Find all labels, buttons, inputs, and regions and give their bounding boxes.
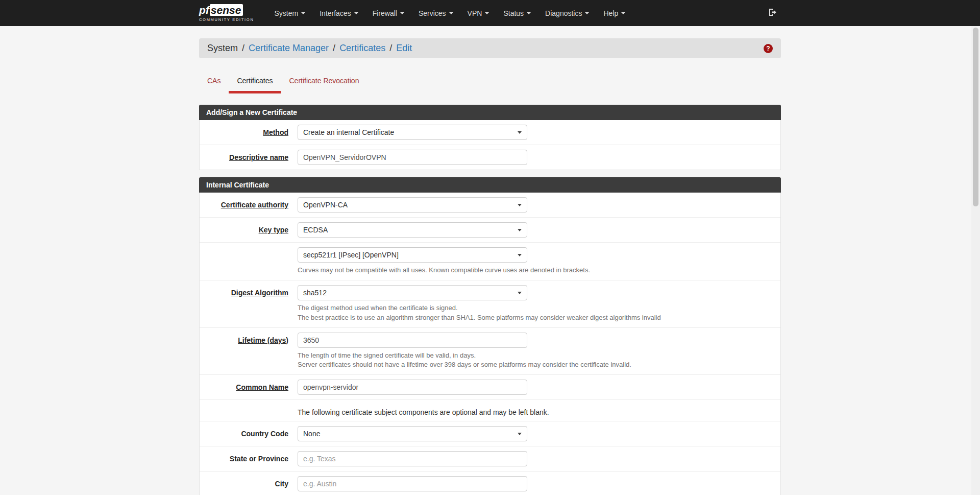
descriptive-name-control — [298, 150, 780, 165]
breadcrumb: System / Certificate Manager / Certifica… — [199, 38, 781, 58]
panel-title: Add/Sign a New Certificate — [199, 105, 781, 120]
nav-item-label: Help — [603, 9, 618, 17]
common-name-label: Common Name — [200, 380, 298, 395]
key-type-control: ECDSA — [298, 222, 780, 238]
nav-item-label: Status — [503, 9, 524, 17]
form-row-lifetime: Lifetime (days) The length of time the s… — [200, 328, 780, 375]
digest-algorithm-select[interactable]: sha512 — [298, 285, 527, 300]
lifetime-input[interactable] — [298, 333, 527, 348]
tab-bar: CAs Certificates Certificate Revocation — [199, 72, 781, 93]
help-line: The best practice is to use an algorithm… — [298, 313, 780, 323]
nav-item-help[interactable]: Help — [596, 0, 632, 26]
breadcrumb-separator: / — [333, 43, 335, 54]
key-type-label: Key type — [200, 222, 298, 238]
caret-down-icon — [400, 12, 404, 14]
form-row-certificate-authority: Certificate authority OpenVPN-CA — [200, 193, 780, 218]
certificate-authority-control: OpenVPN-CA — [298, 197, 780, 213]
common-name-input[interactable] — [298, 380, 527, 395]
page-container: System / Certificate Manager / Certifica… — [191, 38, 789, 495]
help-line: The digest method used when the certific… — [298, 303, 780, 313]
nav-item-vpn[interactable]: VPN — [460, 0, 497, 26]
nav-item-label: Interfaces — [320, 9, 351, 17]
country-code-select[interactable]: None — [298, 426, 527, 441]
subject-note-control: The following certificate subject compon… — [298, 405, 780, 416]
breadcrumb-link-certificates[interactable]: Certificates — [339, 43, 385, 54]
scrollbar-thumb[interactable] — [973, 28, 978, 206]
state-input[interactable] — [298, 451, 527, 466]
help-text: The digest method used when the certific… — [298, 303, 780, 323]
certificate-authority-label: Certificate authority — [200, 197, 298, 213]
nav-item-label: Services — [419, 9, 446, 17]
form-row-descriptive-name: Descriptive name — [200, 145, 780, 170]
panel-body: Method Create an internal Certificate De… — [199, 120, 781, 170]
common-name-control — [298, 380, 780, 395]
nav-item-interfaces[interactable]: Interfaces — [312, 0, 365, 26]
descriptive-name-label: Descriptive name — [200, 150, 298, 165]
descriptive-name-input[interactable] — [298, 150, 527, 165]
method-select[interactable]: Create an internal Certificate — [298, 125, 527, 140]
logout-button[interactable] — [765, 4, 781, 22]
logout-icon — [768, 7, 778, 19]
country-code-label: Country Code — [200, 426, 298, 441]
state-label: State or Province — [200, 451, 298, 466]
caret-down-icon — [621, 12, 625, 14]
nav-item-label: Diagnostics — [545, 9, 582, 17]
panel-add-sign-certificate: Add/Sign a New Certificate Method Create… — [199, 105, 781, 170]
breadcrumb-root: System — [207, 43, 238, 54]
nav-item-system[interactable]: System — [267, 0, 313, 26]
form-row-state: State or Province — [200, 446, 780, 472]
panel-internal-certificate: Internal Certificate Certificate authori… — [199, 177, 781, 495]
breadcrumb-link-edit[interactable]: Edit — [396, 43, 412, 54]
nav-item-services[interactable]: Services — [411, 0, 460, 26]
main-menu: System Interfaces Firewall Services VPN … — [267, 0, 633, 26]
key-type-select[interactable]: ECDSA — [298, 222, 527, 238]
caret-down-icon — [485, 12, 489, 14]
curve-select-wrap: secp521r1 [IPsec] [OpenVPN] — [298, 247, 527, 263]
form-row-subject-note: The following certificate subject compon… — [200, 400, 780, 421]
form-row-key-type: Key type ECDSA — [200, 218, 780, 243]
digest-algorithm-label: Digest Algorithm — [200, 285, 298, 323]
caret-down-icon — [449, 12, 453, 14]
breadcrumb-link-certificate-manager[interactable]: Certificate Manager — [249, 43, 329, 54]
tab-certificate-revocation[interactable]: Certificate Revocation — [281, 72, 367, 93]
curve-select[interactable]: secp521r1 [IPsec] [OpenVPN] — [298, 247, 527, 263]
nav-item-status[interactable]: Status — [496, 0, 538, 26]
breadcrumb-separator: / — [389, 43, 392, 54]
pfsense-logo[interactable]: pf sense COMMUNITY EDITION — [199, 4, 254, 22]
method-label: Method — [200, 125, 298, 140]
scrollbar-track[interactable] — [971, 26, 980, 495]
certificate-authority-select[interactable]: OpenVPN-CA — [298, 197, 527, 213]
digest-algorithm-select-wrap: sha512 — [298, 285, 527, 300]
nav-item-firewall[interactable]: Firewall — [365, 0, 411, 26]
method-select-wrap: Create an internal Certificate — [298, 125, 527, 140]
form-row-country-code: Country Code None — [200, 421, 780, 446]
nav-item-label: Firewall — [373, 9, 397, 17]
logo-pf-text: pf — [199, 4, 209, 16]
subject-note-label — [200, 405, 298, 416]
nav-item-label: VPN — [468, 9, 482, 17]
caret-down-icon — [527, 12, 531, 14]
help-line: The length of time the signed certificat… — [298, 351, 780, 361]
city-input[interactable] — [298, 476, 527, 491]
form-row-city: City — [200, 472, 780, 495]
form-row-method: Method Create an internal Certificate — [200, 120, 780, 145]
tab-certificates[interactable]: Certificates — [229, 72, 281, 93]
certificate-authority-select-wrap: OpenVPN-CA — [298, 197, 527, 213]
help-line: Server certificates should not have a li… — [298, 360, 780, 370]
help-text: Curves may not be compatible with all us… — [298, 266, 780, 275]
curve-label — [200, 247, 298, 275]
optional-subject-note: The following certificate subject compon… — [298, 405, 780, 416]
city-label: City — [200, 476, 298, 491]
help-icon[interactable]: ? — [764, 44, 773, 53]
logo-sense-text: sense — [210, 4, 243, 16]
top-navbar: pf sense COMMUNITY EDITION System Interf… — [0, 0, 980, 26]
country-code-control: None — [298, 426, 780, 441]
caret-down-icon — [585, 12, 589, 14]
country-code-select-wrap: None — [298, 426, 527, 441]
method-control: Create an internal Certificate — [298, 125, 780, 140]
nav-item-diagnostics[interactable]: Diagnostics — [538, 0, 596, 26]
pfsense-logo-text: pf sense — [199, 4, 254, 16]
state-control — [298, 451, 780, 466]
curve-control: secp521r1 [IPsec] [OpenVPN] Curves may n… — [298, 247, 780, 275]
tab-cas[interactable]: CAs — [199, 72, 229, 93]
